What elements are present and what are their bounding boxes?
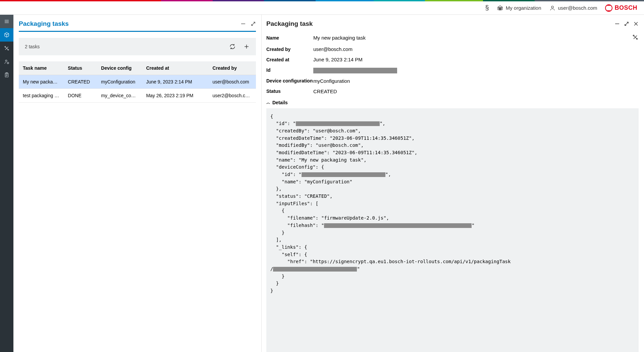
expand-icon[interactable] [251, 21, 256, 26]
label-status: Status [266, 89, 313, 94]
value-createdby: user@bosch.com [313, 46, 353, 52]
minimize-icon[interactable] [240, 21, 246, 26]
svg-point-11 [5, 60, 7, 62]
clipboard-icon[interactable] [0, 68, 13, 82]
expand-icon[interactable] [624, 21, 629, 26]
redacted-id [313, 68, 397, 73]
edit-tools-icon[interactable] [632, 34, 639, 42]
sidebar [0, 15, 13, 352]
svg-rect-3 [500, 7, 500, 10]
details-label: Details [272, 100, 288, 105]
svg-point-5 [551, 6, 553, 8]
tools-icon[interactable] [0, 42, 13, 55]
cell-createdat: June 9, 2023 2:14 PM [142, 75, 209, 89]
user-link[interactable]: user@bosch.com [549, 5, 597, 11]
details-json: { "id": "", "createdBy": "user@bosch.com… [266, 108, 639, 352]
col-deviceconfig[interactable]: Device config [97, 61, 142, 75]
chevron-up-icon: ︿ [266, 100, 270, 106]
close-icon[interactable] [633, 21, 639, 26]
cell-status: DONE [64, 89, 97, 103]
table-row[interactable]: My new packag… CREATED myConfiguration J… [19, 75, 256, 89]
details-toggle[interactable]: ︿ Details [266, 97, 639, 108]
packaging-tasks-panel: Packaging tasks 2 tasks Task name [13, 15, 262, 352]
value-createdat: June 9, 2023 2:14 PM [313, 57, 363, 62]
cell-config: my_device_config [97, 89, 142, 103]
section-icon[interactable]: § [485, 4, 489, 12]
package-icon[interactable] [0, 28, 13, 42]
refresh-icon[interactable] [229, 43, 236, 50]
svg-rect-2 [499, 7, 499, 10]
value-status: CREATED [313, 89, 337, 94]
cell-createdby: user2@bosch.c… [209, 89, 256, 103]
col-status[interactable]: Status [64, 61, 97, 75]
cell-status: CREATED [64, 75, 97, 89]
bosch-logo: BOSCH [605, 4, 637, 12]
col-createdby[interactable]: Created by [209, 61, 256, 75]
col-taskname[interactable]: Task name [19, 61, 64, 75]
label-createdby: Created by [266, 47, 313, 52]
cell-createdat: May 26, 2023 2:19 PM [142, 89, 209, 103]
table-row[interactable]: test packaging … DONE my_device_config M… [19, 89, 256, 103]
value-id [313, 67, 397, 73]
menu-icon[interactable] [0, 15, 13, 28]
user-label: user@bosch.com [558, 5, 597, 11]
bosch-logo-icon [605, 4, 612, 12]
bosch-logo-text: BOSCH [614, 4, 637, 11]
panel-title: Packaging tasks [19, 20, 69, 27]
cell-name: test packaging … [19, 89, 64, 103]
value-deviceconfig: myConfiguration [313, 78, 350, 84]
value-name: My new packaging task [313, 35, 366, 41]
cell-createdby: user@bosch.com [209, 75, 256, 89]
label-id: Id [266, 67, 313, 73]
label-deviceconfig: Device configuration [266, 78, 313, 83]
detail-title: Packaging task [266, 20, 313, 27]
organization-link[interactable]: My organization [497, 5, 541, 11]
minimize-icon[interactable] [614, 21, 620, 26]
label-createdat: Created at [266, 57, 313, 62]
task-toolbar: 2 tasks [19, 38, 256, 55]
organization-label: My organization [506, 5, 541, 11]
svg-rect-4 [501, 7, 501, 10]
add-icon[interactable] [243, 43, 250, 50]
header: § My organization user@bosch.com BOSCH [0, 1, 644, 15]
cell-config: myConfiguration [97, 75, 142, 89]
label-name: Name [266, 35, 313, 41]
tasks-table: Task name Status Device config Created a… [19, 61, 256, 103]
col-createdat[interactable]: Created at [142, 61, 209, 75]
packaging-task-detail-panel: Packaging task Name My new packaging tas… [262, 15, 644, 352]
user-config-icon[interactable] [0, 55, 13, 68]
svg-point-12 [7, 62, 9, 64]
task-count: 2 tasks [25, 44, 40, 49]
cell-name: My new packag… [19, 75, 64, 89]
